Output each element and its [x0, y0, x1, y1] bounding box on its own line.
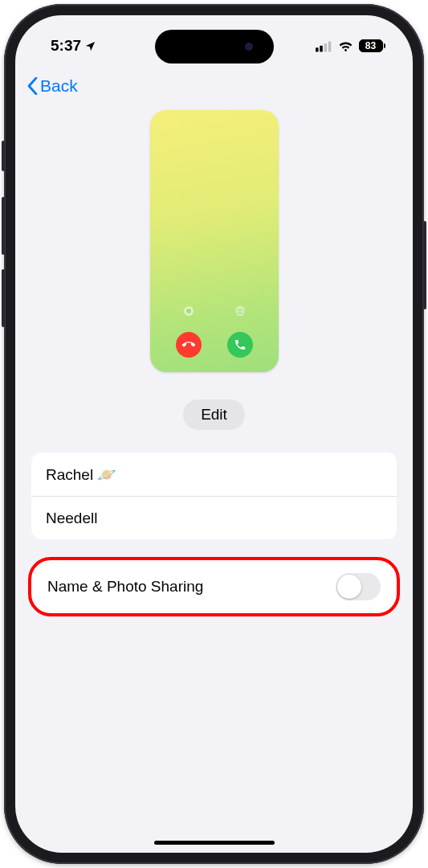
- screen: 5:37: [15, 15, 413, 853]
- side-button: [423, 221, 426, 309]
- nav-bar: Back: [15, 68, 413, 99]
- contact-poster-preview: [15, 110, 413, 372]
- home-indicator[interactable]: [154, 841, 275, 845]
- sharing-toggle[interactable]: [336, 573, 381, 600]
- sharing-group-highlighted: Name & Photo Sharing: [28, 557, 400, 616]
- name-photo-sharing-row[interactable]: Name & Photo Sharing: [35, 562, 393, 612]
- dynamic-island: [155, 30, 274, 63]
- last-name-field[interactable]: Needell: [31, 496, 397, 539]
- back-button[interactable]: Back: [26, 76, 78, 96]
- back-label: Back: [40, 76, 78, 96]
- device-frame: 5:37: [4, 4, 424, 864]
- volume-up-button: [2, 197, 5, 255]
- poster-call-row: [150, 332, 279, 358]
- voicemail-icon: [235, 306, 245, 316]
- poster-options-row: [150, 306, 279, 316]
- contact-poster[interactable]: [150, 110, 279, 372]
- mute-switch: [2, 141, 5, 171]
- sharing-label: Name & Photo Sharing: [47, 578, 203, 596]
- content: Back: [15, 15, 413, 853]
- edit-button[interactable]: Edit: [183, 399, 245, 430]
- toggle-knob: [337, 575, 361, 599]
- chevron-left-icon: [26, 77, 39, 95]
- last-name-value: Needell: [46, 510, 97, 527]
- accept-call-icon: [227, 332, 253, 358]
- decline-call-icon: [176, 332, 202, 358]
- first-name-field[interactable]: Rachel 🪐: [31, 452, 397, 496]
- volume-down-button: [2, 269, 5, 327]
- edit-button-wrap: Edit: [15, 399, 413, 430]
- name-fields-group: Rachel 🪐 Needell: [31, 452, 397, 539]
- first-name-value: Rachel 🪐: [46, 465, 116, 484]
- message-icon: [184, 306, 194, 316]
